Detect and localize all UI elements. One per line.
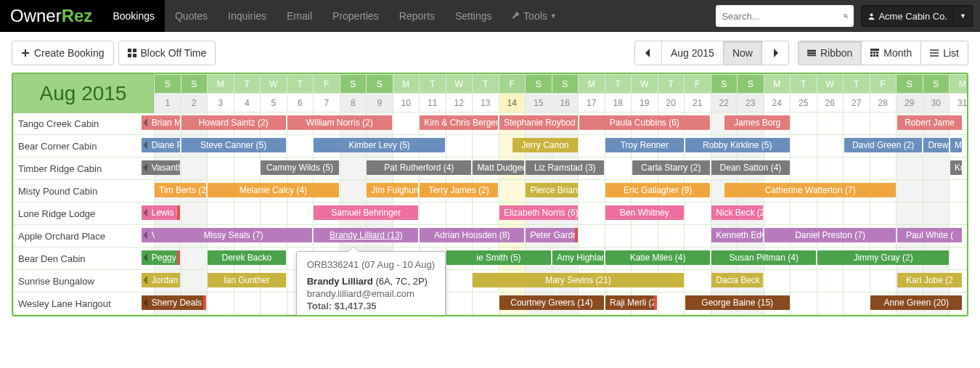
- booking-bar[interactable]: Cammy Wilds (5): [261, 160, 339, 175]
- calendar-cell[interactable]: [844, 203, 870, 225]
- calendar-cell[interactable]: [870, 113, 897, 135]
- calendar-cell[interactable]: [208, 293, 234, 315]
- calendar-cell[interactable]: [950, 248, 969, 270]
- calendar-cell[interactable]: Lewis LSamuel BehringerElizabeth Norris …: [155, 203, 181, 225]
- calendar-cell[interactable]: [473, 135, 499, 158]
- account-menu[interactable]: Acme Cabin Co. ▼: [861, 5, 973, 27]
- booking-bar[interactable]: Howard Saintz (2): [181, 115, 286, 130]
- calendar-cell[interactable]: [234, 203, 261, 225]
- property-name[interactable]: Lone Ridge Lodge: [14, 203, 155, 225]
- property-name[interactable]: Timber Ridge Cabin: [14, 158, 155, 180]
- block-off-time-button[interactable]: Block Off Time: [118, 41, 216, 65]
- booking-bar[interactable]: Samuel Behringer: [314, 205, 418, 220]
- day-number[interactable]: 13: [473, 94, 499, 113]
- prev-period-button[interactable]: [634, 41, 662, 65]
- calendar-cell[interactable]: [897, 158, 923, 180]
- day-number[interactable]: 7: [314, 94, 340, 113]
- calendar-cell[interactable]: [234, 158, 261, 180]
- day-number[interactable]: 26: [817, 94, 844, 113]
- account-caret[interactable]: ▼: [953, 6, 972, 26]
- booking-bar[interactable]: Dacia Beck: [711, 273, 763, 287]
- day-number[interactable]: 17: [579, 94, 605, 113]
- booking-bar[interactable]: Katie Miles (4): [605, 250, 710, 265]
- booking-bar[interactable]: Raji Merli (2: [605, 295, 657, 310]
- booking-bar[interactable]: Robert Jame: [897, 115, 962, 130]
- calendar-cell[interactable]: Sherry DealsCourtney Greers (14)Raji Mer…: [155, 293, 181, 315]
- booking-bar[interactable]: Kenneth Edv: [711, 228, 763, 242]
- booking-bar[interactable]: Daniel Preston (7): [764, 228, 896, 242]
- calendar-cell[interactable]: [605, 225, 632, 248]
- view-ribbon-button[interactable]: Ribbon: [798, 41, 862, 65]
- calendar-cell[interactable]: [685, 225, 711, 248]
- day-number[interactable]: 6: [287, 94, 314, 113]
- booking-bar[interactable]: Tim Berts (2: [155, 183, 206, 197]
- calendar-cell[interactable]: [287, 135, 314, 158]
- calendar-cell[interactable]: [685, 203, 711, 225]
- day-number[interactable]: 11: [420, 94, 446, 113]
- create-booking-button[interactable]: Create Booking: [12, 41, 114, 65]
- calendar-cell[interactable]: VasanthCammy Wilds (5)Pat Rutherford (4)…: [155, 158, 181, 180]
- booking-bar[interactable]: Missy Re: [950, 138, 962, 152]
- booking-bar[interactable]: Mary Sevins (21): [473, 273, 683, 287]
- booking-bar[interactable]: Catherine Watterton (7): [724, 183, 895, 197]
- now-button[interactable]: Now: [723, 41, 762, 65]
- booking-bar[interactable]: Susan Piltman (4): [711, 250, 816, 265]
- day-number[interactable]: 19: [632, 94, 658, 113]
- booking-bar[interactable]: James Borg: [724, 115, 789, 130]
- booking-bar[interactable]: Matt Dudged: [473, 160, 524, 175]
- property-name[interactable]: Tango Creek Cabin: [14, 113, 155, 135]
- booking-bar[interactable]: Carla Starry (2): [632, 160, 711, 175]
- calendar-cell[interactable]: [870, 158, 897, 180]
- calendar-cell[interactable]: [685, 270, 711, 293]
- booking-bar[interactable]: Jimmy Gray (2): [817, 250, 949, 265]
- booking-bar[interactable]: Brian M: [142, 115, 180, 130]
- calendar-cell[interactable]: [420, 203, 446, 225]
- booking-bar[interactable]: Jim Fulghun: [367, 183, 418, 197]
- calendar-cell[interactable]: [950, 180, 969, 203]
- booking-bar[interactable]: Ben Whitney: [605, 205, 684, 220]
- day-number[interactable]: 3: [208, 94, 234, 113]
- calendar-cell[interactable]: [287, 203, 314, 225]
- booking-bar[interactable]: Troy Renner: [605, 138, 684, 152]
- booking-bar[interactable]: William Norris (2): [287, 115, 392, 130]
- calendar-cell[interactable]: [446, 293, 473, 315]
- day-number[interactable]: 4: [234, 94, 261, 113]
- calendar-cell[interactable]: [764, 270, 791, 293]
- calendar-cell[interactable]: [817, 158, 844, 180]
- day-number[interactable]: 28: [870, 94, 897, 113]
- day-number[interactable]: 10: [393, 94, 420, 113]
- day-number[interactable]: 24: [764, 94, 791, 113]
- day-number[interactable]: 27: [844, 94, 870, 113]
- booking-bar[interactable]: Jerry Canon: [513, 138, 577, 152]
- calendar-cell[interactable]: [923, 180, 950, 203]
- calendar-cell[interactable]: [499, 180, 526, 203]
- day-number[interactable]: 5: [261, 94, 287, 113]
- booking-bar[interactable]: Kim & Chris Bergen: [420, 115, 498, 130]
- day-number[interactable]: 23: [738, 94, 764, 113]
- booking-bar[interactable]: Vasanth: [142, 160, 180, 175]
- calendar-cell[interactable]: JordanIan GuntherMary Sevins (21)Dacia B…: [155, 270, 181, 293]
- calendar-cell[interactable]: [923, 158, 950, 180]
- calendar-cell[interactable]: [791, 203, 817, 225]
- calendar-cell[interactable]: [844, 270, 870, 293]
- day-number[interactable]: 22: [711, 94, 738, 113]
- calendar-cell[interactable]: Peggy CDerek Backoie Smith (5)Amy Highla…: [155, 248, 181, 270]
- nav-email[interactable]: Email: [277, 0, 322, 32]
- booking-bar[interactable]: Amy Highlan: [552, 250, 604, 265]
- nav-quotes[interactable]: Quotes: [165, 0, 218, 32]
- nav-tools[interactable]: Tools ▼: [502, 0, 566, 32]
- property-name[interactable]: Bear Den Cabin: [14, 248, 155, 270]
- period-label-button[interactable]: Aug 2015: [661, 41, 724, 65]
- nav-reports[interactable]: Reports: [389, 0, 445, 32]
- calendar-cell[interactable]: [791, 135, 817, 158]
- calendar-cell[interactable]: [632, 225, 658, 248]
- property-name[interactable]: Wesley Lane Hangout: [14, 293, 155, 315]
- calendar-cell[interactable]: [791, 113, 817, 135]
- booking-bar[interactable]: Adrian Housden (8): [420, 228, 524, 242]
- calendar-cell[interactable]: [446, 270, 473, 293]
- booking-bar[interactable]: Elizabeth Norris (6): [499, 205, 578, 220]
- day-number[interactable]: 29: [897, 94, 923, 113]
- calendar-cell[interactable]: [950, 203, 969, 225]
- calendar-cell[interactable]: [579, 225, 605, 248]
- calendar-cell[interactable]: [658, 225, 685, 248]
